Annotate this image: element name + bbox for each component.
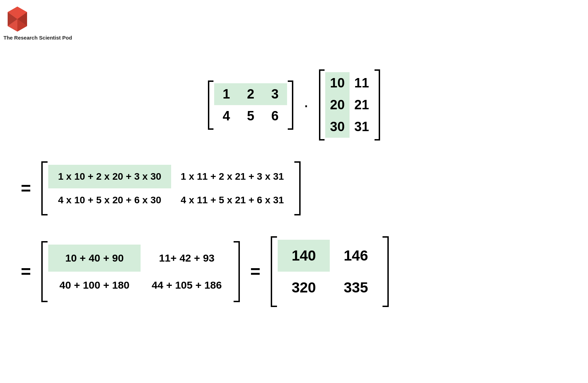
final-result-matrix: 140 146 320 335 xyxy=(271,236,389,307)
simplified-cell-1-2: 11+ 42 + 93 xyxy=(141,245,233,272)
matrix-a-row-2: 4 5 6 xyxy=(214,105,287,127)
logo-area: The Research Scientist Pod xyxy=(3,5,72,41)
matrix-b-cell-1-1: 10 xyxy=(325,72,350,94)
matrix-a-row-1: 1 2 3 xyxy=(214,83,287,105)
expanded-grid: 1 x 10 + 2 x 20 + 3 x 30 1 x 11 + 2 x 21… xyxy=(48,165,294,212)
expanded-cell-1-2: 1 x 11 + 2 x 21 + 3 x 31 xyxy=(171,165,294,188)
matrix-b-cell-1-2: 11 xyxy=(350,72,374,94)
equals-2: = xyxy=(21,262,31,282)
simplified-grid: 10 + 40 + 90 11+ 42 + 93 40 + 100 + 180 … xyxy=(48,245,233,299)
expanded-cell-2-1: 4 x 10 + 5 x 20 + 6 x 30 xyxy=(48,188,171,212)
matrix-multiplication-display: 1 2 3 4 5 6 · 10 11 20 21 xyxy=(21,69,567,141)
matrix-a-cell-1-2: 2 xyxy=(238,83,263,105)
matrix-a-cell-1-1: 1 xyxy=(214,83,238,105)
matrix-b-cell-3-2: 31 xyxy=(350,116,374,138)
simplified-matrix: 10 + 40 + 90 11+ 42 + 93 40 + 100 + 180 … xyxy=(41,241,240,302)
simplified-cell-1-1: 10 + 40 + 90 xyxy=(48,245,141,272)
matrix-b-cell-3-1: 30 xyxy=(325,116,350,138)
expanded-formula-section: = 1 x 10 + 2 x 20 + 3 x 30 1 x 11 + 2 x … xyxy=(21,161,567,215)
matrix-b-row-2: 20 21 xyxy=(325,94,374,116)
final-grid: 140 146 320 335 xyxy=(278,240,382,304)
final-cell-1-2: 146 xyxy=(330,240,382,272)
final-cell-1-1: 140 xyxy=(278,240,330,272)
main-content: 1 2 3 4 5 6 · 10 11 20 21 xyxy=(0,0,588,307)
matrix-b: 10 11 20 21 30 31 xyxy=(319,69,380,141)
matrix-b-cell-2-1: 20 xyxy=(325,94,350,116)
matrix-a-cell-2-2: 5 xyxy=(238,105,263,127)
simplified-cell-2-2: 44 + 105 + 186 xyxy=(141,272,233,299)
multiply-operator: · xyxy=(304,95,309,115)
matrix-a: 1 2 3 4 5 6 xyxy=(208,80,293,130)
equals-1: = xyxy=(21,178,31,198)
expanded-matrix: 1 x 10 + 2 x 20 + 3 x 30 1 x 11 + 2 x 21… xyxy=(41,161,301,215)
simplified-cell-2-1: 40 + 100 + 180 xyxy=(48,272,141,299)
matrix-b-row-1: 10 11 xyxy=(325,72,374,94)
final-cell-2-2: 335 xyxy=(330,272,382,304)
matrix-a-cell-2-3: 6 xyxy=(263,105,287,127)
matrix-b-row-3: 30 31 xyxy=(325,116,374,138)
expanded-cell-2-2: 4 x 11 + 5 x 21 + 6 x 31 xyxy=(171,188,294,212)
brand-logo-icon xyxy=(3,5,31,33)
final-cell-2-1: 320 xyxy=(278,272,330,304)
brand-name-text: The Research Scientist Pod xyxy=(3,34,72,41)
expanded-cell-1-1: 1 x 10 + 2 x 20 + 3 x 30 xyxy=(48,165,171,188)
matrix-a-cell-2-1: 4 xyxy=(214,105,238,127)
result-section: = 10 + 40 + 90 11+ 42 + 93 40 + 100 + 18… xyxy=(21,236,567,307)
matrix-a-cell-1-3: 3 xyxy=(263,83,287,105)
equals-3: = xyxy=(250,262,260,282)
matrix-b-cell-2-2: 21 xyxy=(350,94,374,116)
